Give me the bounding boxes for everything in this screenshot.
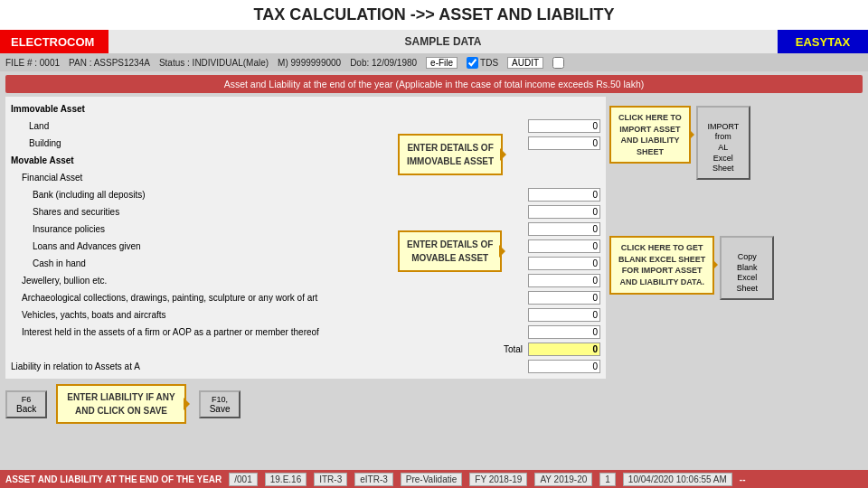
cash-input[interactable] [528, 257, 600, 270]
liability-label: Liability in relation to Assets at A [11, 361, 528, 371]
blank-callout: CLICK HERE TO GET BLANK EXCEL SHEET FOR … [609, 236, 714, 294]
insurance-input[interactable] [528, 222, 600, 236]
total-input[interactable] [528, 343, 600, 356]
status-text: ASSET AND LIABILITY AT THE END OF THE YE… [5, 474, 222, 484]
tds-checkbox-group: TDS [467, 57, 498, 69]
dob: Dob: 12/09/1980 [350, 58, 417, 68]
bank-label: Bank (including all deposits) [11, 190, 528, 200]
liability-row: Liability in relation to Assets at A [11, 358, 600, 375]
import-button[interactable]: IMPORT from AL Excel Sheet [696, 106, 750, 180]
import-section: CLICK HERE TO IMPORT ASSET AND LIABILITY… [609, 106, 863, 180]
liability-bottom-section: ENTER LIABILITY IF ANY AND CLICK ON SAVE… [56, 384, 241, 424]
status-datetime: 10/04/2020 10:06:55 AM [623, 473, 732, 486]
bank-input[interactable] [528, 188, 600, 202]
import-callout: CLICK HERE TO IMPORT ASSET AND LIABILITY… [609, 106, 691, 164]
archaeological-label: Archaeological collections, drawings, pa… [11, 293, 528, 303]
arrow-movable-icon [499, 245, 512, 258]
status: Status : INDIVIDUAL(Male) [159, 58, 269, 68]
info-bar: FILE # : 0001 PAN : ASSPS1234A Status : … [0, 53, 868, 71]
jewellery-row: Jewellery, bullion etc. [11, 272, 600, 289]
shares-input[interactable] [528, 205, 600, 219]
immovable-title-row: Immovable Asset [11, 100, 600, 117]
status-bar: ASSET AND LIABILITY AT THE END OF THE YE… [0, 470, 868, 488]
status-code5: Pre-Validatie [401, 473, 463, 486]
top-nav: ELECTROCOM SAMPLE DATA EASYTAX [0, 30, 868, 53]
vehicles-row: Vehicles, yachts, boats and aircrafts [11, 306, 600, 324]
file-no: FILE # : 0001 [5, 58, 60, 68]
jewellery-input[interactable] [528, 274, 600, 287]
save-button[interactable]: F10, Save [199, 390, 241, 418]
copy-blank-button[interactable]: Copy Blank Excel Sheet [720, 236, 774, 299]
land-row: Land [11, 117, 600, 135]
bank-row: Bank (including all deposits) [11, 186, 600, 203]
immovable-callout: ENTER DETAILS OF IMMOVABLE ASSET [398, 134, 503, 175]
building-input[interactable] [528, 136, 600, 150]
loans-input[interactable] [528, 239, 600, 253]
movable-callout: ENTER DETAILS OF MOVABLE ASSET [398, 230, 502, 272]
section-header: Asset and Liability at the end of the ye… [5, 75, 863, 93]
page-title: TAX CALCULATION ->> ASSET AND LIABILITY [0, 0, 868, 30]
interest-row: Interest held in the assets of a firm or… [11, 324, 600, 341]
back-button[interactable]: F6 Back [5, 390, 47, 418]
arrow-right-icon-2 [712, 259, 723, 270]
audit-button[interactable]: AUDIT [507, 57, 543, 69]
mobile: M) 9999999000 [278, 58, 341, 68]
liability-input[interactable] [528, 360, 600, 373]
status-dash: -- [740, 474, 746, 484]
tds-checkbox[interactable] [467, 57, 478, 69]
asset-panel: Immovable Asset Land Building Movable As… [5, 97, 606, 379]
page-wrapper: TAX CALCULATION ->> ASSET AND LIABILITY … [0, 0, 868, 488]
jewellery-label: Jewellery, bullion etc. [11, 276, 528, 286]
arrow-right-icon [689, 129, 700, 140]
liability-callout: ENTER LIABILITY IF ANY AND CLICK ON SAVE [56, 384, 185, 424]
shares-row: Shares and securities [11, 203, 600, 221]
right-side: CLICK HERE TO IMPORT ASSET AND LIABILITY… [609, 97, 863, 379]
vehicles-input[interactable] [528, 308, 600, 322]
e-file-button[interactable]: e-File [426, 57, 458, 69]
status-code2: 19.E.16 [265, 473, 307, 486]
status-num: 1 [599, 473, 616, 486]
status-fy: FY 2018-19 [469, 473, 527, 486]
vehicles-label: Vehicles, yachts, boats and aircrafts [11, 310, 528, 320]
total-row: Total [11, 341, 600, 358]
tds-label: TDS [480, 58, 498, 68]
total-label: Total [11, 344, 528, 354]
sample-data-label: SAMPLE DATA [108, 30, 778, 53]
archaeological-row: Archaeological collections, drawings, pa… [11, 289, 600, 306]
immovable-title: Immovable Asset [11, 104, 85, 114]
interest-input[interactable] [528, 325, 600, 339]
status-code3: ITR-3 [314, 473, 347, 486]
bottom-row: F6 Back ENTER LIABILITY IF ANY AND CLICK… [5, 384, 863, 424]
financial-title-row: Financial Asset [11, 169, 600, 186]
shares-label: Shares and securities [11, 207, 528, 217]
status-code1: /001 [229, 473, 257, 486]
pan: PAN : ASSPS1234A [69, 58, 150, 68]
interest-label: Interest held in the assets of a firm or… [11, 327, 528, 337]
arrow-immovable-icon [500, 148, 513, 161]
archaeological-input[interactable] [528, 291, 600, 305]
land-label: Land [11, 121, 528, 131]
insurance-row: Insurance policies [11, 221, 600, 238]
audit-checkbox[interactable] [552, 57, 564, 69]
financial-title: Financial Asset [11, 173, 82, 183]
arrow-liability-icon [184, 398, 196, 410]
movable-title: Movable Asset [11, 155, 74, 165]
copy-blank-section: CLICK HERE TO GET BLANK EXCEL SHEET FOR … [609, 236, 863, 299]
land-input[interactable] [528, 119, 600, 133]
logo-left: ELECTROCOM [0, 30, 108, 53]
status-ay: AY 2019-20 [534, 473, 592, 486]
status-code4: eITR-3 [354, 473, 393, 486]
logo-right: EASYTAX [778, 30, 868, 53]
